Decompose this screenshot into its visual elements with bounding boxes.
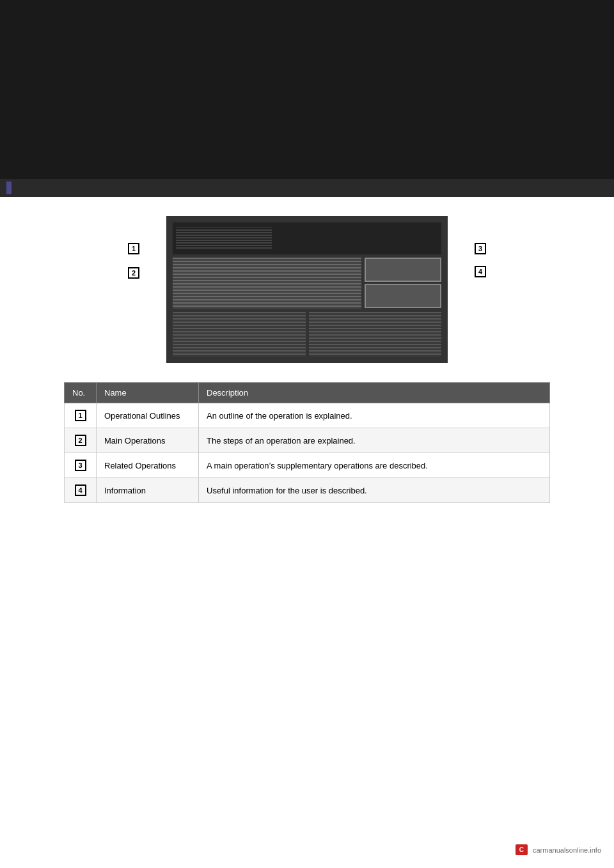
table-cell-no: 2 — [65, 428, 97, 453]
col-header-name: Name — [97, 383, 199, 403]
diagram-section: 1 2 3 4 — [0, 197, 614, 382]
table-cell-no: 4 — [65, 478, 97, 503]
diagram-wrapper: 1 2 3 4 — [128, 210, 486, 369]
table-cell-description: An outline of the operation is explained… — [199, 403, 550, 428]
num-badge-1: 1 — [128, 243, 139, 254]
table-row: 3Related OperationsA main operation’s su… — [65, 453, 550, 478]
col-header-no: No. — [65, 383, 97, 403]
num-badge-3: 3 — [475, 243, 486, 254]
table-cell-description: A main operation’s supplementary operati… — [199, 453, 550, 478]
table-row: 4InformationUseful information for the u… — [65, 478, 550, 503]
diagram-label-1: 1 — [128, 243, 139, 254]
col-header-description: Description — [199, 383, 550, 403]
screen-section-1 — [173, 258, 361, 309]
num-badge-2: 2 — [128, 267, 139, 279]
num-badge-4: 4 — [475, 266, 486, 277]
table-section: No. Name Description 1Operational Outlin… — [0, 382, 614, 522]
diagram-label-3: 3 — [475, 243, 486, 254]
device-screen — [166, 216, 448, 363]
screen-bottom-right-content — [309, 312, 442, 357]
operations-table: No. Name Description 1Operational Outlin… — [64, 382, 550, 503]
screen-content-1 — [173, 258, 361, 309]
screen-bottom-left-content — [173, 312, 306, 357]
table-cell-name: Related Operations — [97, 453, 199, 478]
screen-box-4 — [365, 284, 441, 308]
screen-middle-section — [173, 258, 441, 309]
section-accent — [6, 182, 12, 194]
bottom-logo: C carmanualsonline.info — [516, 844, 601, 855]
table-cell-no: 1 — [65, 403, 97, 428]
screen-box-3 — [365, 258, 441, 282]
table-cell-name: Operational Outlines — [97, 403, 199, 428]
top-band — [0, 0, 614, 179]
table-header-row: No. Name Description — [65, 383, 550, 403]
logo-badge: C — [516, 844, 528, 855]
table-cell-no: 3 — [65, 453, 97, 478]
table-row: 2Main OperationsThe steps of an operatio… — [65, 428, 550, 453]
page-container: 1 2 3 4 — [0, 0, 614, 868]
table-row: 1Operational OutlinesAn outline of the o… — [65, 403, 550, 428]
screen-bottom-section — [173, 312, 441, 357]
section-header-bar — [0, 179, 614, 197]
diagram-label-2: 2 — [128, 267, 139, 279]
logo-text: carmanualsonline.info — [533, 846, 601, 854]
table-cell-description: The steps of an operation are explained. — [199, 428, 550, 453]
screen-top-text — [176, 228, 272, 250]
screen-top-section — [173, 222, 441, 254]
table-cell-description: Useful information for the user is descr… — [199, 478, 550, 503]
screen-right-boxes — [365, 258, 441, 309]
bottom-area: C carmanualsonline.info — [516, 844, 601, 855]
screen-bottom-right — [309, 312, 442, 357]
diagram-label-4: 4 — [475, 266, 486, 277]
table-cell-name: Information — [97, 478, 199, 503]
screen-bottom-left — [173, 312, 306, 357]
table-cell-name: Main Operations — [97, 428, 199, 453]
